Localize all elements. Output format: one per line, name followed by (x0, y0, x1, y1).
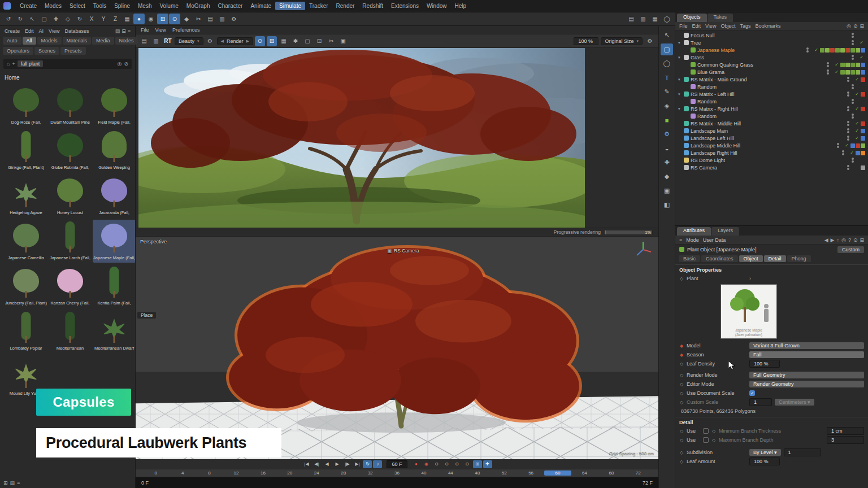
Golden Weeping Willo...[interactable]: Golden Weeping Willo... (93, 129, 135, 172)
ab-menu-edit[interactable]: Edit (25, 28, 34, 34)
tag-chip[interactable] (861, 48, 865, 53)
visibility-dots[interactable] (852, 84, 858, 89)
clear-search-icon[interactable]: ◎ (118, 61, 122, 67)
tag-chips[interactable] (820, 48, 865, 53)
use-document-scale-checkbox[interactable]: ✓ (749, 390, 755, 396)
object-row[interactable]: ▾ RS Matrix - Left Hill ✓ (675, 90, 868, 98)
visibility-dots[interactable] (837, 143, 843, 148)
lock-icon[interactable]: ⊙ (853, 237, 858, 243)
autokey-button[interactable]: ◉ (422, 460, 431, 468)
filter-tab[interactable]: Media (92, 37, 114, 45)
keyframe-pla-button[interactable]: ✚ (483, 460, 492, 468)
Japanese Camellia (Fal...[interactable]: Japanese Camellia (Fal... (5, 220, 47, 263)
object-row[interactable]: Landscape Main ✓ (675, 127, 868, 134)
panel-tab[interactable]: Layers (711, 227, 739, 236)
layout-save-icon[interactable]: ▤ (626, 14, 637, 24)
scale-icon[interactable]: ◇ (62, 14, 73, 24)
live-selection-icon[interactable]: ↖ (27, 14, 38, 24)
plant-preview-thumbnail[interactable]: Japanese Maple (Acer palmatum) (721, 284, 777, 339)
object-row[interactable]: Landscape Left Hill ✓ (675, 134, 868, 142)
place-tool-label[interactable]: Place (137, 312, 156, 319)
object-row[interactable]: Blue Grama ✓ (675, 68, 868, 76)
subdivision-field[interactable]: 1 (784, 448, 821, 456)
timeline-tick[interactable]: 52 (491, 470, 517, 476)
object-row[interactable]: ▾ RS Matrix - Right Hill ✓ (675, 105, 868, 112)
category-tab[interactable]: Basic (679, 255, 700, 262)
expand-arrow-icon[interactable]: ▾ (678, 92, 682, 97)
filter-tab[interactable]: Presets (60, 47, 86, 55)
menu-item[interactable]: Character (214, 2, 247, 10)
filter-tab[interactable]: Scenes (34, 47, 59, 55)
ab-menu-view[interactable]: View (49, 28, 59, 34)
tag-chip[interactable] (845, 70, 850, 75)
goto-start-button[interactable]: |◀ (302, 460, 311, 468)
tag-chip[interactable] (835, 48, 840, 53)
season-select[interactable]: Fall (749, 351, 864, 358)
expand-arrow-icon[interactable]: ▾ (678, 41, 682, 45)
ab-menu-ai[interactable]: AI (39, 28, 44, 34)
timeline-tick[interactable]: 8 (196, 470, 223, 476)
om-menu-tags[interactable]: Tags (740, 23, 750, 29)
Lombardy Poplar (Fall...[interactable]: Lombardy Poplar (Fall... (5, 310, 47, 353)
keyframe-scale-button[interactable]: ⊙ (442, 460, 452, 468)
tag-chips[interactable] (861, 77, 865, 82)
next-key-button[interactable]: ▶| (353, 460, 362, 468)
timeline-tick[interactable]: 20 (276, 470, 303, 476)
tag-chips[interactable] (861, 92, 865, 97)
tool-mograph-icon[interactable]: ◆ (661, 171, 673, 182)
visibility-dots[interactable] (847, 106, 853, 111)
object-label[interactable]: Landscape Right Hill (691, 150, 737, 156)
add-filter-icon[interactable]: + (12, 61, 15, 67)
tool-sphere-icon[interactable]: ◯ (661, 58, 673, 69)
loop-mode-button[interactable]: ↻ (363, 460, 372, 468)
axis-y-lock[interactable]: Y (98, 14, 109, 24)
object-row[interactable]: Random (675, 83, 868, 90)
move-icon[interactable]: ✚ (50, 14, 62, 24)
forward-icon[interactable]: ▶ (831, 237, 835, 243)
object-label[interactable]: Landscape Middle Hill (691, 143, 740, 149)
filter-icon[interactable]: ⊘ (853, 23, 858, 29)
find-icon[interactable]: ◎ (841, 237, 846, 243)
tag-chip[interactable] (861, 151, 865, 155)
tag-chip[interactable] (845, 48, 850, 53)
axis-x-lock[interactable]: X (86, 14, 97, 24)
snap-grid-icon[interactable]: ⊞ (157, 14, 168, 24)
simulate-ball-icon[interactable]: ● (133, 14, 145, 24)
pass-select[interactable]: Beauty▾ (175, 37, 203, 45)
Hedgehog Agave (Fall...[interactable]: Hedgehog Agave (Fall... (5, 175, 47, 217)
tag-chip[interactable] (861, 129, 865, 133)
object-row[interactable]: Common Quaking Grass ✓ (675, 61, 868, 68)
up-icon[interactable]: ↑ (837, 237, 840, 243)
keyframe-selection-button[interactable]: ⊞ (473, 460, 482, 468)
tag-chip[interactable] (830, 48, 835, 53)
play-button[interactable]: ▶ (332, 460, 341, 468)
capsule-search-icon[interactable]: ◯ (661, 14, 672, 24)
visibility-dots[interactable] (852, 40, 858, 45)
render-mode-select[interactable]: Full Geometry (749, 372, 864, 378)
undo-icon[interactable]: ↺ (3, 14, 14, 24)
max-branch-use-checkbox[interactable] (703, 437, 709, 443)
object-label[interactable]: RS Matrix - Right Hill (691, 106, 738, 112)
crop-icon[interactable]: ⊡ (314, 36, 324, 46)
Japanese Maple (Fall, ...[interactable]: Japanese Maple (Fall, ... (93, 220, 135, 263)
leaf-amount-field[interactable]: 100 % (749, 457, 780, 465)
timeline-tick[interactable]: 0 (142, 470, 169, 476)
filter-tab[interactable]: Models (37, 37, 62, 45)
visibility-dots[interactable] (852, 114, 858, 119)
object-label[interactable]: RS Matrix - Left Hill (691, 91, 735, 97)
enable-check-icon[interactable]: ✓ (859, 55, 864, 60)
category-tab[interactable]: Coordinates (701, 255, 738, 262)
object-label[interactable]: Japanese Maple (697, 47, 735, 53)
menu-item[interactable]: Simulate (275, 2, 305, 10)
panel-view-icon[interactable]: ▤ (115, 28, 120, 34)
category-tab[interactable]: Object (739, 255, 763, 262)
tool-annotate-icon[interactable]: ◧ (661, 199, 673, 211)
magnet-icon[interactable]: ◆ (181, 14, 192, 24)
tag-chip[interactable] (861, 107, 865, 111)
subdivision-mode-select[interactable]: By Level ▾ (749, 449, 781, 456)
tag-chip[interactable] (820, 48, 824, 53)
enable-check-icon[interactable]: ✓ (854, 128, 860, 133)
object-label[interactable]: RS Matrix - Middle Hill (691, 121, 741, 127)
expand-arrow-icon[interactable]: ▾ (678, 55, 682, 60)
timeline-tick[interactable]: 64 (571, 470, 598, 476)
